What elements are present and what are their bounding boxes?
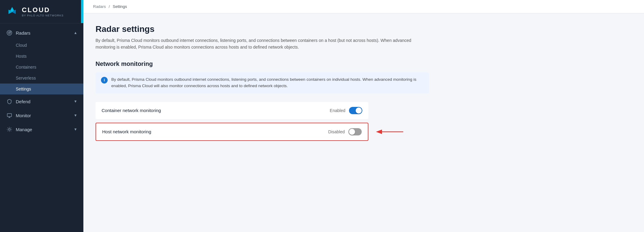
sidebar-item-serverless[interactable]: Serverless xyxy=(0,73,83,84)
host-network-toggle-row: Host network monitoring Disabled xyxy=(96,123,368,141)
info-icon: i xyxy=(101,77,108,84)
svg-point-11 xyxy=(8,128,10,130)
container-toggle-thumb xyxy=(356,107,362,114)
host-toggle-track xyxy=(348,128,362,135)
page-title: Radar settings xyxy=(96,24,632,34)
container-toggle-track xyxy=(349,107,362,114)
gear-icon xyxy=(6,126,13,133)
sidebar-item-monitor-label: Monitor xyxy=(16,113,71,118)
logo-icon xyxy=(6,5,18,18)
logo-by-label: BY PALO ALTO NETWORKS xyxy=(22,14,64,17)
monitor-icon xyxy=(6,112,13,119)
sidebar-item-radars-label: Radars xyxy=(16,30,71,36)
blue-tab-indicator xyxy=(81,0,83,23)
breadcrumb-current: Settings xyxy=(113,4,127,9)
host-network-status: Disabled xyxy=(328,129,345,134)
defend-chevron-icon: ▼ xyxy=(74,99,77,104)
monitor-chevron-icon: ▼ xyxy=(74,113,77,118)
radars-submenu: Cloud Hosts Containers Serverless Settin… xyxy=(0,40,83,94)
sidebar-item-manage[interactable]: Manage ▼ xyxy=(0,122,83,136)
container-network-label: Container network monitoring xyxy=(102,108,330,113)
radars-chevron-icon: ▲ xyxy=(74,31,77,35)
sidebar-item-defend-label: Defend xyxy=(16,99,71,104)
host-toggle-thumb xyxy=(349,129,355,135)
host-network-arrow-container: Host network monitoring Disabled xyxy=(96,123,368,141)
container-network-toggle-row: Container network monitoring Enabled xyxy=(96,102,368,119)
logo-cloud-label: CLOUD xyxy=(22,6,64,14)
sidebar-item-containers[interactable]: Containers xyxy=(0,62,83,73)
annotation-arrow xyxy=(371,123,405,141)
content-area: Radar settings By default, Prisma Cloud … xyxy=(83,13,644,232)
shield-icon xyxy=(6,98,13,105)
info-box: i By default, Prisma Cloud monitors outb… xyxy=(96,72,429,94)
host-network-toggle[interactable] xyxy=(348,128,362,135)
sidebar-item-defend[interactable]: Defend ▼ xyxy=(0,94,83,108)
section-title-network: Network monitoring xyxy=(96,60,632,67)
svg-line-7 xyxy=(9,31,11,33)
radar-icon xyxy=(6,29,13,36)
manage-chevron-icon: ▼ xyxy=(74,127,77,131)
host-network-label: Host network monitoring xyxy=(102,129,328,134)
svg-rect-8 xyxy=(7,114,12,117)
sidebar-item-manage-label: Manage xyxy=(16,127,71,132)
sidebar-item-hosts[interactable]: Hosts xyxy=(0,51,83,62)
sidebar-item-settings[interactable]: Settings xyxy=(0,84,83,94)
sidebar-item-radars[interactable]: Radars ▲ xyxy=(0,26,83,40)
main-content: Radars / Settings Radar settings By defa… xyxy=(83,0,644,232)
breadcrumb-separator: / xyxy=(109,4,110,9)
breadcrumb: Radars / Settings xyxy=(83,0,644,13)
breadcrumb-parent[interactable]: Radars xyxy=(93,4,106,9)
sidebar-item-monitor[interactable]: Monitor ▼ xyxy=(0,108,83,122)
logo-text: CLOUD BY PALO ALTO NETWORKS xyxy=(22,6,64,17)
sidebar: CLOUD BY PALO ALTO NETWORKS Radars ▲ Clo… xyxy=(0,0,83,232)
page-description: By default, Prisma Cloud monitors outbou… xyxy=(96,37,429,51)
nav-section: Radars ▲ Cloud Hosts Containers Serverle… xyxy=(0,23,83,139)
sidebar-item-cloud[interactable]: Cloud xyxy=(0,40,83,51)
container-network-toggle[interactable] xyxy=(349,107,362,114)
logo-area: CLOUD BY PALO ALTO NETWORKS xyxy=(0,0,83,23)
container-network-status: Enabled xyxy=(330,108,345,113)
info-box-text: By default, Prisma Cloud monitors outbou… xyxy=(111,77,424,89)
